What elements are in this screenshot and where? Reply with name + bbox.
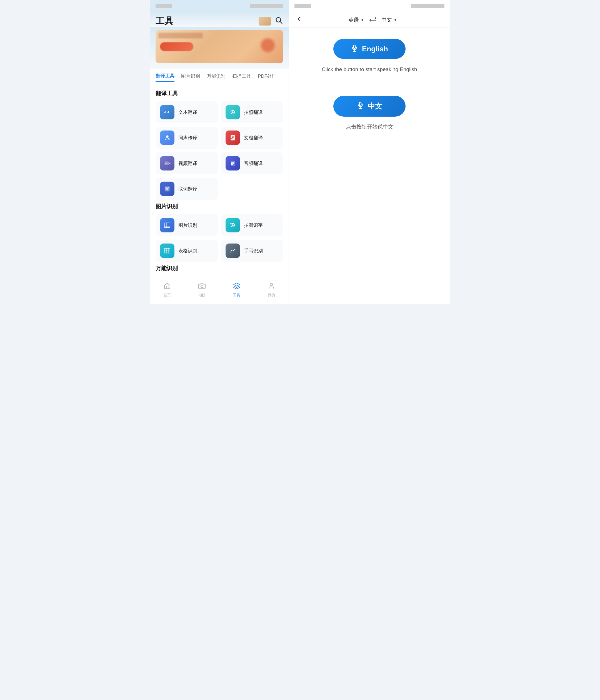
avatar[interactable] bbox=[259, 17, 271, 26]
chinese-speak-button[interactable]: 中文 bbox=[333, 96, 406, 117]
svg-rect-40 bbox=[359, 102, 361, 106]
nav-mine[interactable]: 我的 bbox=[268, 282, 275, 298]
tool-video-translate[interactable]: A 视频翻译 bbox=[155, 152, 218, 174]
english-prompt: Click the button to start speaking Engli… bbox=[322, 66, 417, 74]
right-panel: 英语 ▼ 中文 ▼ bbox=[289, 0, 450, 304]
nav-home[interactable]: 首页 bbox=[164, 282, 171, 298]
header-icons bbox=[259, 16, 283, 26]
target-lang-label: 中文 bbox=[381, 16, 392, 24]
svg-point-36 bbox=[270, 283, 272, 286]
camera-icon bbox=[198, 282, 206, 292]
banner-decoration bbox=[261, 38, 275, 52]
photo-ocr-icon bbox=[225, 218, 240, 232]
svg-point-27 bbox=[232, 224, 234, 226]
tool-img-recog[interactable]: 图片识别 bbox=[155, 214, 218, 236]
svg-line-1 bbox=[280, 21, 282, 23]
svg-point-35 bbox=[201, 285, 203, 288]
svg-rect-6 bbox=[230, 110, 231, 111]
nav-tools[interactable]: 工具 bbox=[233, 282, 240, 298]
lang-selector: 英语 ▼ 中文 ▼ bbox=[302, 16, 443, 24]
home-icon bbox=[164, 282, 171, 292]
status-bar-right bbox=[289, 0, 450, 12]
english-voice-area: English Click the button to start speaki… bbox=[295, 39, 443, 74]
tool-table-recog[interactable]: 表格识别 bbox=[155, 240, 218, 262]
simultaneous-label: 同声传译 bbox=[178, 135, 197, 141]
image-tools-grid: 图片识别 拍图识字 bbox=[155, 214, 283, 262]
voice-section: English Click the button to start speaki… bbox=[289, 28, 450, 304]
photo-translate-icon bbox=[225, 105, 240, 119]
table-recog-label: 表格识别 bbox=[178, 248, 197, 254]
bottom-nav: 首页 拍照 工具 bbox=[150, 279, 289, 304]
chinese-mic-icon bbox=[357, 102, 364, 110]
nav-tools-label: 工具 bbox=[233, 293, 240, 298]
time-right bbox=[294, 4, 311, 8]
nav-mine-label: 我的 bbox=[268, 293, 275, 298]
handwrite-label: 手写识别 bbox=[244, 248, 263, 254]
translate-tools-grid: A A 文本翻译 拍照翻译 bbox=[155, 101, 283, 200]
table-recog-icon bbox=[160, 244, 174, 258]
banner[interactable] bbox=[150, 27, 289, 69]
search-button[interactable] bbox=[275, 16, 283, 26]
word-extract-icon: 词 A bbox=[160, 182, 174, 196]
svg-text:A: A bbox=[167, 111, 169, 114]
video-translate-icon: A bbox=[160, 156, 174, 171]
status-bar-left bbox=[150, 0, 289, 12]
status-icons-left bbox=[250, 4, 283, 8]
english-mic-icon bbox=[351, 45, 358, 53]
svg-rect-29 bbox=[164, 249, 170, 253]
time-left bbox=[155, 4, 172, 8]
english-speak-button[interactable]: English bbox=[333, 39, 406, 59]
chinese-prompt: 点击按钮开始说中文 bbox=[346, 123, 393, 130]
svg-point-7 bbox=[166, 135, 168, 138]
translator-header: 英语 ▼ 中文 ▼ bbox=[289, 12, 450, 28]
tool-handwrite[interactable]: 手写识别 bbox=[221, 240, 283, 262]
word-extract-label: 取词翻译 bbox=[178, 186, 197, 192]
photo-translate-label: 拍照翻译 bbox=[244, 109, 263, 116]
image-section-title: 图片识别 bbox=[155, 203, 283, 210]
tool-simultaneous[interactable]: 同声传译 bbox=[155, 127, 218, 149]
img-recog-label: 图片识别 bbox=[178, 222, 197, 228]
back-button[interactable] bbox=[295, 16, 302, 24]
tool-text-translate[interactable]: A A 文本翻译 bbox=[155, 101, 218, 123]
profile-icon bbox=[268, 282, 275, 292]
doc-translate-icon: A bbox=[225, 130, 240, 145]
tab-image-recog[interactable]: 图片识别 bbox=[181, 73, 200, 82]
svg-text:A: A bbox=[231, 163, 233, 166]
svg-text:A: A bbox=[165, 162, 167, 165]
photo-ocr-label: 拍图识字 bbox=[244, 222, 263, 228]
left-panel: 工具 翻译工具 图片识别 万能识别 扫描工具 PDF处理 bbox=[150, 0, 289, 304]
tool-photo-translate[interactable]: 拍照翻译 bbox=[221, 101, 283, 123]
tab-pdf[interactable]: PDF处理 bbox=[258, 73, 277, 82]
svg-point-5 bbox=[232, 111, 234, 113]
nav-photo[interactable]: 拍照 bbox=[198, 282, 206, 298]
svg-text:A: A bbox=[168, 186, 169, 190]
status-icons-right bbox=[411, 4, 445, 8]
banner-image[interactable] bbox=[155, 30, 283, 63]
svg-text:A: A bbox=[231, 136, 233, 140]
audio-translate-icon: A bbox=[225, 156, 240, 171]
tool-doc-translate[interactable]: A 文档翻译 bbox=[221, 127, 283, 149]
svg-rect-37 bbox=[354, 45, 356, 49]
chinese-voice-area: 中文 点击按钮开始说中文 bbox=[295, 96, 443, 130]
page-title: 工具 bbox=[155, 15, 173, 27]
swap-langs-button[interactable] bbox=[369, 16, 376, 24]
translate-section-title: 翻译工具 bbox=[155, 90, 283, 97]
tab-scan-tools[interactable]: 扫描工具 bbox=[232, 73, 251, 82]
tool-word-extract[interactable]: 词 A 取词翻译 bbox=[155, 178, 218, 200]
chinese-btn-label: 中文 bbox=[368, 101, 382, 111]
video-translate-label: 视频翻译 bbox=[178, 160, 197, 167]
tab-translate-tools[interactable]: 翻译工具 bbox=[155, 73, 174, 82]
nav-home-label: 首页 bbox=[164, 293, 171, 298]
content-scroll: 翻译工具 A A 文本翻译 bbox=[150, 82, 289, 304]
svg-rect-28 bbox=[230, 223, 232, 224]
tabs-row: 翻译工具 图片识别 万能识别 扫描工具 PDF处理 bbox=[150, 69, 289, 82]
tool-audio-translate[interactable]: A 音频翻译 bbox=[221, 152, 283, 174]
tab-universal-recog[interactable]: 万能识别 bbox=[207, 73, 225, 82]
target-lang-arrow: ▼ bbox=[393, 18, 397, 22]
universal-section-title: 万能识别 bbox=[155, 265, 283, 272]
source-lang-arrow: ▼ bbox=[361, 18, 364, 22]
nav-photo-label: 拍照 bbox=[198, 293, 206, 298]
target-lang-btn[interactable]: 中文 ▼ bbox=[381, 16, 397, 24]
source-lang-btn[interactable]: 英语 ▼ bbox=[348, 16, 364, 24]
tool-photo-ocr[interactable]: 拍图识字 bbox=[221, 214, 283, 236]
